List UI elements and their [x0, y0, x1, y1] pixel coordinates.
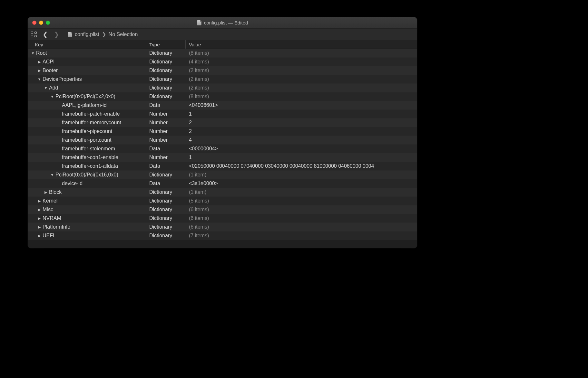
- cell-key[interactable]: device-id: [28, 181, 146, 186]
- disclosure-right-icon[interactable]: ▶: [44, 190, 48, 194]
- cell-type[interactable]: Data: [146, 102, 186, 108]
- table-row[interactable]: framebuffer-con1-enableNumber1: [28, 153, 417, 162]
- cell-type[interactable]: Data: [146, 146, 186, 152]
- cell-value[interactable]: (7 items): [186, 233, 417, 239]
- cell-key[interactable]: ▶NVRAM: [28, 215, 146, 221]
- disclosure-right-icon[interactable]: ▶: [37, 69, 41, 73]
- cell-value[interactable]: 1: [186, 111, 417, 117]
- cell-type[interactable]: Dictionary: [146, 207, 186, 213]
- cell-value[interactable]: 2: [186, 128, 417, 134]
- cell-value[interactable]: (1 item): [186, 172, 417, 178]
- table-row[interactable]: ▼RootDictionary(8 items): [28, 49, 417, 58]
- table-row[interactable]: ▶KernelDictionary(5 items): [28, 197, 417, 205]
- cell-value[interactable]: (5 items): [186, 198, 417, 204]
- table-row[interactable]: ▶NVRAMDictionary(6 items): [28, 214, 417, 223]
- column-header-value[interactable]: Value: [186, 40, 417, 49]
- disclosure-right-icon[interactable]: ▶: [37, 199, 41, 203]
- cell-value[interactable]: 4: [186, 137, 417, 143]
- cell-value[interactable]: (4 items): [186, 59, 417, 65]
- table-row[interactable]: ▶BooterDictionary(2 items): [28, 66, 417, 75]
- cell-type[interactable]: Dictionary: [146, 233, 186, 239]
- disclosure-right-icon[interactable]: ▶: [37, 234, 41, 238]
- disclosure-right-icon[interactable]: ▶: [37, 216, 41, 221]
- disclosure-down-icon[interactable]: ▼: [31, 51, 35, 55]
- cell-key[interactable]: ▶UEFI: [28, 233, 146, 239]
- table-row[interactable]: framebuffer-patch-enableNumber1: [28, 110, 417, 118]
- cell-key[interactable]: ▶Block: [28, 189, 146, 195]
- cell-type[interactable]: Dictionary: [146, 172, 186, 178]
- breadcrumb[interactable]: config.plist ❯ No Selection: [68, 31, 138, 37]
- cell-type[interactable]: Data: [146, 181, 186, 186]
- cell-type[interactable]: Dictionary: [146, 224, 186, 230]
- cell-key[interactable]: ▼PciRoot(0x0)/Pci(0x2,0x0): [28, 94, 146, 99]
- cell-type[interactable]: Number: [146, 137, 186, 143]
- cell-value[interactable]: 1: [186, 155, 417, 160]
- cell-value[interactable]: (8 items): [186, 94, 417, 99]
- cell-value[interactable]: <3a1e0000>: [186, 181, 417, 186]
- cell-value[interactable]: <00000004>: [186, 146, 417, 152]
- cell-key[interactable]: AAPL,ig-platform-id: [28, 102, 146, 108]
- disclosure-down-icon[interactable]: ▼: [50, 173, 54, 177]
- cell-value[interactable]: (1 item): [186, 189, 417, 195]
- cell-value[interactable]: (2 items): [186, 85, 417, 91]
- cell-type[interactable]: Dictionary: [146, 215, 186, 221]
- table-row[interactable]: framebuffer-pipecountNumber2: [28, 127, 417, 136]
- cell-value[interactable]: 2: [186, 120, 417, 126]
- cell-type[interactable]: Number: [146, 128, 186, 134]
- table-row[interactable]: framebuffer-stolenmemData<00000004>: [28, 145, 417, 153]
- cell-value[interactable]: (6 items): [186, 207, 417, 213]
- cell-type[interactable]: Dictionary: [146, 94, 186, 99]
- table-row[interactable]: device-idData<3a1e0000>: [28, 179, 417, 188]
- table-row[interactable]: ▶ACPIDictionary(4 items): [28, 58, 417, 66]
- table-row[interactable]: ▼PciRoot(0x0)/Pci(0x2,0x0)Dictionary(8 i…: [28, 92, 417, 101]
- column-header-key[interactable]: Key: [28, 40, 146, 49]
- cell-type[interactable]: Dictionary: [146, 189, 186, 195]
- cell-type[interactable]: Number: [146, 111, 186, 117]
- cell-key[interactable]: framebuffer-pipecount: [28, 128, 146, 134]
- cell-key[interactable]: framebuffer-patch-enable: [28, 111, 146, 117]
- cell-key[interactable]: framebuffer-stolenmem: [28, 146, 146, 152]
- table-row[interactable]: ▶PlatformInfoDictionary(6 items): [28, 223, 417, 232]
- close-icon[interactable]: [32, 21, 36, 25]
- cell-value[interactable]: (6 items): [186, 224, 417, 230]
- table-row[interactable]: framebuffer-memorycountNumber2: [28, 118, 417, 127]
- table-row[interactable]: framebuffer-con1-alldataData<02050000 00…: [28, 162, 417, 171]
- cell-type[interactable]: Dictionary: [146, 76, 186, 82]
- cell-type[interactable]: Dictionary: [146, 50, 186, 56]
- cell-value[interactable]: (6 items): [186, 215, 417, 221]
- cell-key[interactable]: ▶PlatformInfo: [28, 224, 146, 230]
- cell-key[interactable]: ▼PciRoot(0x0)/Pci(0x16,0x0): [28, 172, 146, 178]
- column-header-type[interactable]: Type: [146, 40, 186, 49]
- table-row[interactable]: ▶BlockDictionary(1 item): [28, 188, 417, 197]
- disclosure-down-icon[interactable]: ▼: [50, 95, 54, 99]
- disclosure-right-icon[interactable]: ▶: [37, 60, 41, 64]
- cell-value[interactable]: <04006601>: [186, 102, 417, 108]
- cell-key[interactable]: ▼DeviceProperties: [28, 76, 146, 82]
- cell-type[interactable]: Dictionary: [146, 68, 186, 73]
- disclosure-right-icon[interactable]: ▶: [37, 225, 41, 229]
- cell-key[interactable]: ▶Misc: [28, 207, 146, 213]
- cell-key[interactable]: framebuffer-portcount: [28, 137, 146, 143]
- plist-outline[interactable]: ▼RootDictionary(8 items)▶ACPIDictionary(…: [28, 49, 417, 248]
- nav-back-button[interactable]: ❮: [41, 31, 50, 38]
- cell-type[interactable]: Dictionary: [146, 85, 186, 91]
- cell-type[interactable]: Number: [146, 155, 186, 160]
- related-items-icon[interactable]: [31, 32, 37, 37]
- cell-value[interactable]: <02050000 00040000 07040000 03040000 000…: [186, 163, 417, 169]
- cell-key[interactable]: framebuffer-con1-alldata: [28, 163, 146, 169]
- cell-type[interactable]: Number: [146, 120, 186, 126]
- table-row[interactable]: ▼PciRoot(0x0)/Pci(0x16,0x0)Dictionary(1 …: [28, 171, 417, 179]
- cell-key[interactable]: ▼Add: [28, 85, 146, 91]
- table-row[interactable]: AAPL,ig-platform-idData<04006601>: [28, 101, 417, 110]
- disclosure-right-icon[interactable]: ▶: [37, 208, 41, 212]
- cell-key[interactable]: ▶Booter: [28, 68, 146, 73]
- cell-key[interactable]: framebuffer-con1-enable: [28, 155, 146, 160]
- cell-key[interactable]: ▶ACPI: [28, 59, 146, 65]
- table-row[interactable]: ▼AddDictionary(2 items): [28, 84, 417, 92]
- table-row[interactable]: ▶MiscDictionary(6 items): [28, 205, 417, 214]
- table-row[interactable]: framebuffer-portcountNumber4: [28, 136, 417, 145]
- cell-key[interactable]: framebuffer-memorycount: [28, 120, 146, 126]
- cell-value[interactable]: (8 items): [186, 50, 417, 56]
- cell-key[interactable]: ▼Root: [28, 50, 146, 56]
- cell-type[interactable]: Dictionary: [146, 198, 186, 204]
